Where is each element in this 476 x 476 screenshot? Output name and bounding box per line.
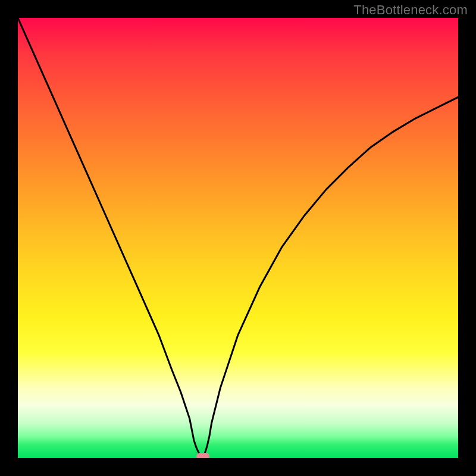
bottleneck-curve: [18, 18, 458, 456]
minimum-marker: [196, 453, 209, 458]
curve-svg: [18, 18, 458, 458]
plot-area: [18, 18, 458, 458]
chart-frame: TheBottleneck.com: [0, 0, 476, 476]
watermark-text: TheBottleneck.com: [353, 2, 468, 18]
